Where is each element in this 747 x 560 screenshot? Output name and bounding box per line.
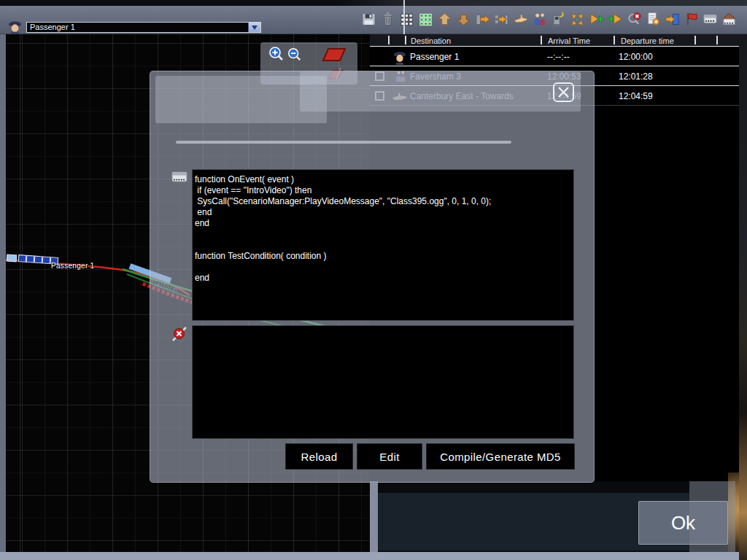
delete-icon[interactable]	[380, 9, 395, 29]
row-departure: 12:04:59	[619, 91, 653, 101]
app-window: Passenger 1 Passenger 1 Platform	[0, 0, 747, 560]
driver-icon	[392, 48, 408, 66]
message-display-icon[interactable]	[703, 9, 718, 29]
ok-button[interactable]: Ok	[638, 501, 728, 545]
row-arrival: --:--:--	[547, 52, 570, 62]
select-hand-icon[interactable]	[513, 9, 528, 29]
top-strip	[0, 0, 747, 6]
left-edge-strip	[0, 34, 6, 560]
panel-edge-strip	[370, 481, 378, 552]
column-destination[interactable]: Destination	[411, 36, 451, 45]
row-departure: 12:01:28	[619, 71, 653, 82]
header-tick	[541, 36, 542, 44]
script-code-text: function OnEvent( event ) if (event == "…	[193, 170, 573, 284]
add-driver-icon[interactable]	[589, 9, 604, 29]
fuel-point-icon[interactable]	[551, 9, 566, 29]
header-tick	[405, 36, 406, 44]
header-tick	[716, 36, 718, 44]
consist-select-button[interactable]	[248, 23, 260, 32]
dialog-divider	[176, 141, 511, 144]
script-settings-icon[interactable]	[646, 9, 661, 29]
load-up-arrow-icon[interactable]	[437, 9, 452, 29]
consist-select-value: Passenger 1	[27, 23, 248, 32]
script-display-icon	[171, 171, 187, 184]
reload-button[interactable]: Reload	[285, 443, 353, 470]
script-code-editor[interactable]: function OnEvent( event ) if (event == "…	[192, 169, 574, 321]
passengers-icon[interactable]	[532, 9, 547, 29]
dialog-title-panel	[300, 71, 581, 112]
view-2d-icon[interactable]	[322, 46, 347, 63]
table-row-selected[interactable]: Passenger 1 --:--:-- 12:00:00	[370, 47, 739, 66]
script-output-box	[192, 325, 574, 439]
event-flag-icon[interactable]	[684, 9, 699, 29]
consist-select[interactable]: Passenger 1	[26, 22, 261, 33]
header-tick	[694, 36, 696, 44]
map-train-label: Passenger 1	[51, 262, 94, 270]
bottom-bar	[0, 552, 739, 560]
grid-white-icon[interactable]	[399, 9, 414, 29]
shunt-in-icon[interactable]	[475, 9, 490, 29]
toolbar-separator	[403, 0, 405, 34]
script-editor-dialog: function OnEvent( event ) if (event == "…	[150, 71, 595, 483]
zoom-in-icon[interactable]	[268, 45, 285, 62]
world-view-strip	[739, 34, 747, 560]
header-tick	[614, 36, 615, 44]
script-error-icon	[171, 326, 187, 342]
remove-search-icon[interactable]	[627, 9, 642, 29]
column-departure[interactable]: Departure time	[621, 36, 674, 45]
timetable-header: Destination Arrival Time Departure time	[370, 34, 739, 47]
center-view-icon[interactable]	[570, 9, 585, 29]
driver-icon	[7, 18, 23, 35]
header-tick	[388, 36, 390, 44]
add-instruction-icon[interactable]	[608, 9, 623, 29]
compile-generate-md5-button[interactable]: Compile/Generate MD5	[426, 443, 575, 470]
shunt-out-icon[interactable]	[494, 9, 509, 29]
column-arrival[interactable]: Arrival Time	[548, 36, 590, 45]
unload-down-arrow-icon[interactable]	[456, 9, 471, 29]
chevron-down-icon	[252, 26, 258, 30]
depot-icon[interactable]	[721, 9, 737, 29]
grid-green-icon[interactable]	[418, 9, 433, 29]
zoom-out-icon[interactable]	[287, 47, 302, 62]
edit-button[interactable]: Edit	[357, 443, 422, 470]
exit-portal-icon[interactable]	[665, 9, 680, 29]
row-destination: Passenger 1	[410, 52, 459, 62]
save-icon[interactable]	[361, 9, 376, 29]
close-icon[interactable]	[553, 82, 574, 102]
row-departure: 12:00:00	[619, 52, 653, 62]
